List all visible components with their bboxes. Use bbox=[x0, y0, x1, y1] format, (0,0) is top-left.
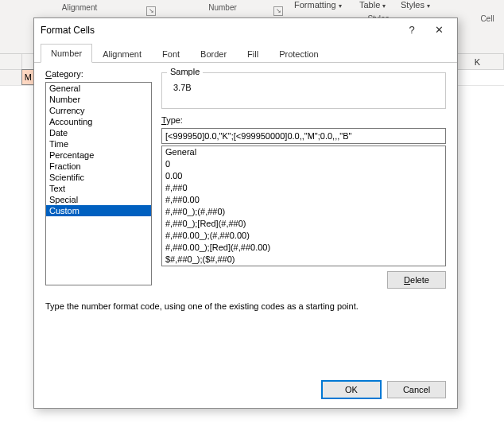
tab-protection[interactable]: Protection bbox=[269, 45, 329, 63]
category-item-currency[interactable]: Currency bbox=[46, 105, 151, 116]
ribbon-group-number: Number ↘ bbox=[159, 2, 286, 19]
ribbon-group-label: Cell bbox=[471, 2, 504, 23]
category-list[interactable]: General Number Currency Accounting Date … bbox=[45, 82, 152, 285]
tab-number[interactable]: Number bbox=[41, 44, 92, 63]
category-item-time[interactable]: Time bbox=[46, 138, 151, 149]
type-input[interactable] bbox=[161, 128, 446, 144]
dialog-footer: OK Cancel bbox=[34, 371, 457, 408]
tabbar: Number Alignment Font Border Fill Protec… bbox=[34, 42, 457, 63]
category-item-scientific[interactable]: Scientific bbox=[46, 172, 151, 183]
category-item-special[interactable]: Special bbox=[46, 194, 151, 205]
type-list-item[interactable]: #,##0_);(#,##0) bbox=[162, 206, 445, 218]
type-list-item[interactable]: #,##0 bbox=[162, 182, 445, 194]
category-item-general[interactable]: General bbox=[46, 83, 151, 94]
sample-value: 3.7B bbox=[162, 73, 445, 95]
type-list-item[interactable]: General bbox=[162, 146, 445, 158]
row-header[interactable] bbox=[0, 70, 22, 85]
dialog-launcher-icon[interactable]: ↘ bbox=[146, 6, 156, 16]
ok-button[interactable]: OK bbox=[322, 381, 381, 398]
format-cells-dialog: Format Cells ? ✕ Number Alignment Font B… bbox=[33, 17, 458, 409]
type-list-item[interactable]: #,##0.00 bbox=[162, 194, 445, 206]
dialog-body: Category: General Number Currency Accoun… bbox=[34, 63, 457, 371]
tab-fill[interactable]: Fill bbox=[237, 45, 269, 63]
tab-font[interactable]: Font bbox=[152, 45, 190, 63]
cancel-button[interactable]: Cancel bbox=[387, 381, 446, 398]
type-list-item[interactable]: 0.00 bbox=[162, 170, 445, 182]
dialog-title: Format Cells bbox=[41, 25, 398, 36]
category-item-accounting[interactable]: Accounting bbox=[46, 116, 151, 127]
help-button[interactable]: ? bbox=[398, 21, 425, 40]
category-item-number[interactable]: Number bbox=[46, 94, 151, 105]
ribbon-group-label: Alignment bbox=[0, 2, 159, 12]
category-item-fraction[interactable]: Fraction bbox=[46, 161, 151, 172]
tab-alignment[interactable]: Alignment bbox=[92, 45, 152, 63]
type-list-item[interactable]: $#,##0_);[Red]($#,##0) bbox=[162, 266, 445, 266]
type-list[interactable]: General 0 0.00 #,##0 #,##0.00 #,##0_);(#… bbox=[161, 146, 446, 266]
tab-border[interactable]: Border bbox=[190, 45, 237, 63]
category-item-date[interactable]: Date bbox=[46, 127, 151, 138]
ribbon-group-cell: Cell bbox=[471, 2, 504, 19]
type-list-item[interactable]: $#,##0_);($#,##0) bbox=[162, 254, 445, 266]
sample-group: Sample 3.7B bbox=[161, 72, 446, 109]
column-header-k[interactable]: K bbox=[452, 54, 504, 69]
category-item-percentage[interactable]: Percentage bbox=[46, 149, 151, 161]
select-all-corner[interactable] bbox=[0, 54, 22, 69]
ribbon-group-styles: Styles bbox=[286, 2, 471, 19]
type-list-item[interactable]: #,##0.00_);[Red](#,##0.00) bbox=[162, 242, 445, 254]
category-item-text[interactable]: Text bbox=[46, 183, 151, 194]
type-label: Type: bbox=[161, 115, 183, 125]
category-label: Category: bbox=[45, 69, 83, 79]
hint-text: Type the number format code, using one o… bbox=[45, 301, 359, 311]
sample-label: Sample bbox=[167, 67, 203, 76]
category-item-custom[interactable]: Custom bbox=[46, 205, 151, 216]
type-list-item[interactable]: #,##0.00_);(#,##0.00) bbox=[162, 230, 445, 242]
ribbon-group-label: Number bbox=[159, 2, 286, 12]
dialog-launcher-icon[interactable]: ↘ bbox=[273, 6, 283, 16]
type-list-item[interactable]: 0 bbox=[162, 158, 445, 170]
close-button[interactable]: ✕ bbox=[425, 21, 452, 40]
titlebar: Format Cells ? ✕ bbox=[34, 18, 457, 42]
delete-button[interactable]: Delete bbox=[387, 271, 446, 289]
type-list-item[interactable]: #,##0_);[Red](#,##0) bbox=[162, 218, 445, 230]
ribbon-group-alignment: Alignment ↘ bbox=[0, 2, 159, 19]
selected-cell[interactable]: M bbox=[21, 69, 34, 85]
